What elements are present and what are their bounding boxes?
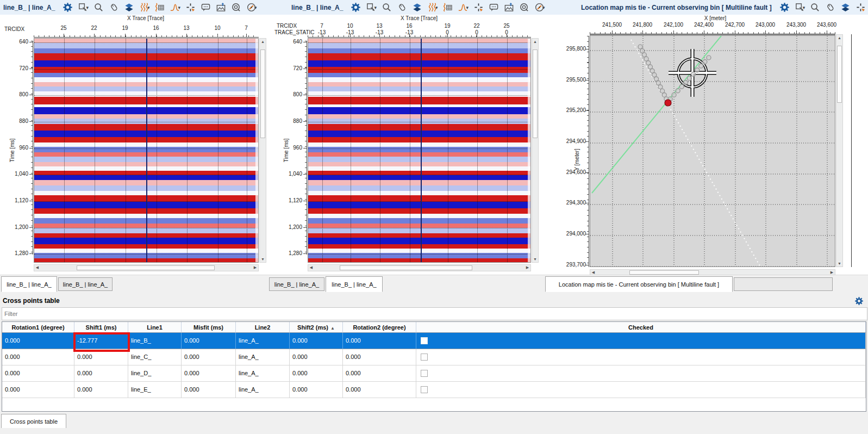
table-cell-checked[interactable] [416,382,866,398]
trace-table-button[interactable] [442,2,453,13]
snapshot-export-button[interactable] [504,2,514,13]
table-row[interactable]: 0.0000.000line_C_0.000line_A_0.0000.000 [2,349,866,365]
layers-button[interactable] [412,2,422,13]
checkbox[interactable] [421,337,428,344]
horizontal-scrollbar-left-panel[interactable]: ◀▶ [34,264,259,271]
vertical-scrollbar-map[interactable]: ▲▼ [836,34,843,267]
table-cell[interactable]: line_C_ [128,349,182,365]
chevron-down-icon[interactable]: ▾ [435,5,438,10]
table-cell-checked[interactable] [416,349,866,365]
table-cell[interactable]: 0.000 [290,365,343,382]
table-cell[interactable]: 0.000 [343,349,416,365]
column-header-line1[interactable]: Line1 [128,322,182,333]
table-cell[interactable]: line_A_ [236,349,290,365]
selection-mode-button[interactable]: ▾ [366,2,377,13]
tab-middle-panel-1[interactable]: line_B_ | line_A_ [326,276,383,292]
scroll-arrow-icon[interactable]: ▼ [260,256,266,262]
zoom-magnifier-button[interactable] [382,2,392,13]
settings-gear-button[interactable] [779,2,790,13]
table-cell[interactable]: 0.000 [2,365,74,382]
table-cell-checked[interactable] [416,333,866,349]
zoom-magnifier-button[interactable] [810,2,820,13]
column-header-rotation2-degree-[interactable]: Rotation2 (degree) [343,322,416,333]
scroll-thumb[interactable] [629,270,699,275]
zoom-magnifier-button[interactable] [93,2,104,13]
table-cell[interactable]: 0.000 [2,349,74,365]
table-cell[interactable]: line_D_ [128,365,182,382]
table-cell[interactable]: 0.000 [2,382,74,398]
annotation-bubble-button[interactable] [489,2,499,13]
chevron-down-icon[interactable]: ▾ [86,5,89,10]
chevron-down-icon[interactable]: ▾ [147,5,150,10]
table-row[interactable]: 0.0000.000line_E_0.000line_A_0.0000.000 [2,382,866,398]
pick-cursor-button[interactable] [473,2,484,13]
layers-button[interactable] [840,2,851,13]
selected-cross-point-marker[interactable] [665,100,671,106]
table-filter-input[interactable] [2,307,867,320]
selection-mode-button[interactable]: ▾ [795,2,805,13]
histogram-button[interactable]: ▾ [458,2,469,13]
mouse-tools-button[interactable] [109,2,119,13]
table-cell[interactable]: line_A_ [236,382,290,398]
checkbox[interactable] [421,370,428,377]
tab-cross-points-table[interactable]: Cross points table [1,414,66,428]
zoom-ratio-button[interactable] [519,2,529,13]
scroll-arrow-icon[interactable]: ◀ [308,264,314,270]
table-cell[interactable]: line_A_ [236,333,290,349]
column-header-shift2-ms-[interactable]: Shift2 (ms)▲ [290,322,343,333]
chevron-down-icon[interactable]: ▾ [803,5,805,10]
table-cell[interactable]: 0.000 [74,365,128,382]
zoom-ratio-button[interactable] [231,2,241,13]
scroll-thumb[interactable] [340,265,472,270]
panel-splitter[interactable] [851,34,852,267]
snapshot-export-button[interactable] [216,2,226,13]
vertical-scrollbar-left-panel[interactable]: ▲▼ [259,38,266,263]
layers-button[interactable] [124,2,134,13]
selection-mode-button[interactable]: ▾ [78,2,89,13]
mouse-tools-button[interactable] [825,2,835,13]
column-header-checked[interactable]: Checked [416,322,866,333]
scroll-arrow-icon[interactable]: ▲ [260,39,266,45]
column-header-misfit-ms-[interactable]: Misfit (ms) [182,322,236,333]
tab-left-panel-1[interactable]: line_B_ | line_A_ [58,277,113,291]
table-cell[interactable]: 0.000 [343,382,416,398]
mouse-tools-button[interactable] [397,2,407,13]
seismic-section-left[interactable] [34,38,259,263]
scroll-arrow-icon[interactable]: ◀ [34,264,40,270]
seismic-section-middle[interactable] [308,38,531,263]
histogram-button[interactable]: ▾ [170,2,180,13]
compass-orientation-button[interactable]: ▾ [534,2,545,13]
compass-orientation-button[interactable]: ▾ [246,2,257,13]
horizontal-scrollbar-middle-panel[interactable]: ◀▶ [308,264,531,271]
chevron-down-icon[interactable]: ▾ [178,5,180,10]
settings-gear-button[interactable] [351,2,361,13]
table-cell[interactable]: 0.000 [182,333,236,349]
location-map-plot[interactable] [590,34,835,267]
wiggle-display-button[interactable]: ▾ [139,2,150,13]
table-cell[interactable]: 0.000 [343,365,416,382]
scroll-thumb[interactable] [77,265,215,270]
tab-left-panel-0[interactable]: line_B_ | line_A_ [1,276,57,292]
chevron-down-icon[interactable]: ▾ [254,5,257,10]
table-cell[interactable]: 0.000 [182,349,236,365]
table-cell[interactable]: line_A_ [236,365,290,382]
column-header-line2[interactable]: Line2 [236,322,290,333]
scroll-thumb[interactable] [260,49,265,138]
table-row[interactable]: 0.0000.000line_D_0.000line_A_0.0000.000 [2,365,866,382]
column-header-rotation1-degree-[interactable]: Rotation1 (degree) [2,322,74,333]
scroll-arrow-icon[interactable]: ▼ [532,256,538,262]
tab-map-panel-1[interactable] [734,277,833,291]
table-cell[interactable]: 0.000 [343,333,416,349]
annotation-bubble-button[interactable] [201,2,211,13]
table-cell[interactable]: 0.000 [74,382,128,398]
chevron-down-icon[interactable]: ▾ [542,5,545,10]
checkbox[interactable] [421,354,428,361]
table-cell[interactable]: 0.000 [182,382,236,398]
table-row[interactable]: 0.000-12.777line_B_0.000line_A_0.0000.00… [2,333,866,349]
chevron-down-icon[interactable]: ▾ [374,5,377,10]
tab-middle-panel-0[interactable]: line_B_ | line_A_ [269,277,324,291]
pick-cursor-button[interactable] [855,2,866,13]
scroll-thumb[interactable] [533,49,538,138]
table-cell[interactable]: 0.000 [182,365,236,382]
table-cell[interactable]: 0.000 [290,333,343,349]
